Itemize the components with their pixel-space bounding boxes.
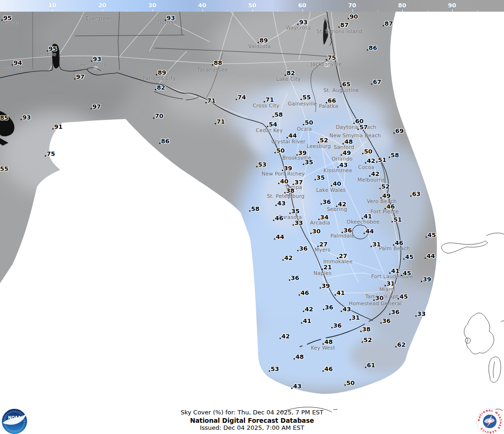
colorbar-tick: [77, 10, 78, 12]
ndfd-sky-cover-map: NOAA NATIONAL WEATHER SERVICE 1020304050…: [0, 0, 504, 434]
colorbar-label: 40: [198, 2, 206, 9]
colorbar-label: 10: [48, 2, 56, 9]
colorbar-tick: [402, 9, 403, 12]
colorbar-tick: [302, 9, 303, 12]
colorbar-label: 30: [148, 2, 156, 9]
colorbar-tick: [252, 9, 253, 12]
colorbar-label: 20: [98, 2, 106, 9]
sky-patch: [261, 166, 313, 231]
colorbar-tick: [477, 10, 478, 12]
footer: Sky Cover (%) for: Thu, Dec 04 2025, 7 P…: [0, 401, 504, 434]
colorbar-tick: [352, 9, 353, 12]
colorbar-tick: [52, 9, 53, 12]
issued-time: Issued: Dec 04 2025, 7:00 AM EST: [0, 424, 504, 431]
forecast-valid-time: Sky Cover (%) for: Thu, Dec 04 2025, 7 P…: [0, 409, 504, 416]
colorbar-tick: [427, 10, 428, 12]
colorbar-label: 80: [398, 2, 406, 9]
colorbar-tick: [452, 9, 453, 12]
colorbar-tick: [177, 10, 178, 12]
colorbar-label: 60: [298, 2, 306, 9]
sky-cover-colorbar: 102030405060708090: [0, 0, 504, 12]
colorbar-tick: [28, 10, 28, 12]
colorbar-tick: [277, 10, 278, 12]
colorbar-label: 90: [448, 2, 456, 9]
colorbar-tick: [103, 9, 103, 12]
colorbar-tick: [127, 10, 128, 12]
colorbar-tick: [153, 9, 153, 12]
colorbar-tick: [227, 10, 228, 12]
map-graphic: NOAA NATIONAL WEATHER SERVICE: [0, 0, 504, 434]
colorbar-label: 70: [348, 2, 356, 9]
colorbar-tick: [203, 9, 203, 12]
colorbar-tick: [378, 10, 378, 12]
colorbar-tick: [328, 10, 328, 12]
database-title: National Digital Forecast Database: [0, 417, 504, 424]
cloud-patch: [210, 9, 369, 75]
colorbar-label: 50: [248, 2, 256, 9]
